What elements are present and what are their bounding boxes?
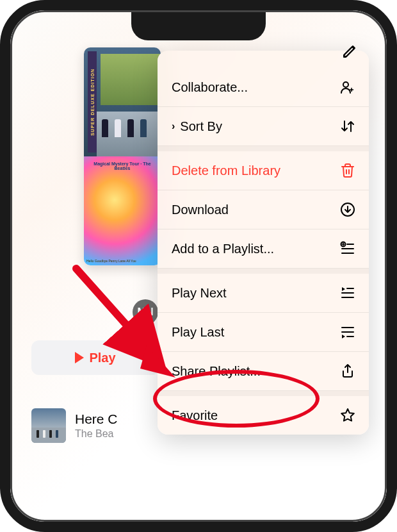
menu-label-collaborate: Collaborate... <box>172 80 248 95</box>
person-add-icon <box>339 79 356 96</box>
menu-label-favorite: Favorite <box>172 408 218 423</box>
song-title: Here C <box>75 411 118 427</box>
album-side-label: SUPER DELUXE EDITION <box>90 69 95 136</box>
context-menu: Collaborate... › Sort By Delete from Lib… <box>158 51 369 435</box>
phone-notch <box>131 12 266 40</box>
add-to-playlist-icon <box>339 240 356 257</box>
song-row[interactable]: Here C The Bea <box>31 408 118 443</box>
avatar-initials: MN <box>138 306 154 318</box>
play-next-icon <box>339 285 356 301</box>
menu-item-play-last[interactable]: Play Last <box>158 313 369 352</box>
svg-point-0 <box>343 82 348 87</box>
album2-title: Magical Mystery Tour · The Beatles <box>89 162 156 170</box>
menu-item-download[interactable]: Download <box>158 190 369 229</box>
menu-label-delete: Delete from Library <box>172 163 280 178</box>
menu-item-favorite[interactable]: Favorite <box>158 396 369 435</box>
menu-label-sort-by: Sort By <box>180 119 222 134</box>
play-last-icon <box>339 324 356 340</box>
menu-label-play-last: Play Last <box>172 325 224 340</box>
menu-item-sort-by[interactable]: › Sort By <box>158 107 369 146</box>
menu-label-play-next: Play Next <box>172 286 227 301</box>
trash-icon <box>339 162 356 179</box>
song-thumbnail <box>31 408 66 443</box>
playlist-artwork: SUPER DELUXE EDITION Magical Mystery Tou… <box>84 47 161 265</box>
menu-item-add-to-playlist[interactable]: Add to a Playlist... <box>158 229 369 269</box>
chevron-right-icon: › <box>172 121 175 132</box>
menu-label-share: Share Playlist... <box>172 364 261 379</box>
menu-label-add-playlist: Add to a Playlist... <box>172 242 274 256</box>
play-icon <box>75 352 84 363</box>
star-icon <box>339 407 356 424</box>
share-icon <box>339 363 356 379</box>
download-icon <box>339 201 356 218</box>
sort-icon <box>339 118 356 135</box>
song-artist: The Bea <box>75 428 118 440</box>
album2-tracks: Hello Goodbye Penny Lane All You <box>86 260 158 263</box>
collaborator-avatar[interactable]: MN <box>133 299 158 325</box>
menu-label-download: Download <box>172 203 229 217</box>
menu-item-collaborate[interactable]: Collaborate... <box>158 51 369 107</box>
phone-frame: SUPER DELUXE EDITION Magical Mystery Tou… <box>0 0 397 532</box>
menu-item-delete[interactable]: Delete from Library <box>158 151 369 190</box>
play-button-label: Play <box>89 351 115 365</box>
menu-item-share-playlist[interactable]: Share Playlist... <box>158 352 369 391</box>
play-button[interactable]: Play <box>31 340 159 375</box>
menu-item-play-next[interactable]: Play Next <box>158 274 369 313</box>
edit-icon[interactable] <box>341 43 358 60</box>
